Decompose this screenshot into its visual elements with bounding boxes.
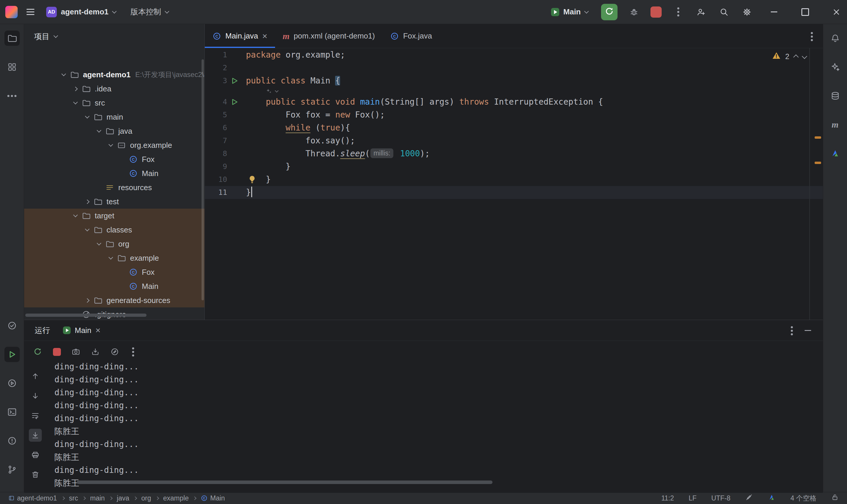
chevron-down-icon[interactable] (61, 72, 66, 76)
tree-item-main[interactable]: main (24, 110, 205, 124)
window-minimize-button[interactable] (763, 0, 784, 24)
maven-tool-icon[interactable]: m (828, 117, 843, 132)
stop-button[interactable] (651, 6, 662, 18)
close-icon[interactable]: × (262, 32, 267, 40)
line-separator[interactable]: LF (689, 494, 697, 502)
vcs-widget[interactable]: 版本控制 (128, 4, 172, 19)
plugin-tool-icon[interactable] (828, 146, 843, 161)
scrollend-icon[interactable] (29, 429, 42, 442)
warning-stripe-mark[interactable] (815, 137, 821, 139)
run-gutter-icon[interactable] (230, 76, 239, 85)
project-scrollbar-horizontal[interactable] (25, 313, 146, 317)
tree-item-example[interactable]: example (24, 251, 205, 265)
run-tool-icon[interactable] (4, 347, 20, 362)
chevron-down-icon[interactable] (802, 53, 807, 59)
tree-item-generated-sources[interactable]: generated-sources (24, 293, 205, 307)
debug-button[interactable] (627, 5, 640, 19)
add-user-icon[interactable] (695, 5, 708, 19)
breadcrumb-item-main[interactable]: main (90, 494, 105, 502)
tree-item-org.example[interactable]: org.example (24, 138, 205, 152)
tree-item-Main[interactable]: CMain (24, 279, 205, 293)
more-actions-icon[interactable] (672, 5, 685, 19)
inspections-widget[interactable]: 2 (772, 52, 807, 61)
run-panel-title[interactable]: 运行 (35, 325, 50, 336)
run-tab-main[interactable]: Main × (63, 326, 101, 335)
chevron-up-icon[interactable] (793, 54, 798, 60)
ai-inlay-hint-icon[interactable] (205, 87, 823, 95)
services-tool-icon[interactable] (4, 376, 20, 391)
window-maximize-button[interactable] (795, 0, 816, 24)
highlighting-icon[interactable] (745, 493, 753, 503)
intention-bulb-icon[interactable] (248, 175, 257, 187)
print-icon[interactable] (29, 448, 42, 462)
ai-assistant-tool-icon[interactable] (828, 59, 843, 75)
more-icon[interactable] (130, 351, 137, 353)
tree-item-agent-demo1[interactable]: agent-demo1E:\开发项目\javasec2\agen (24, 68, 205, 82)
chevron-down-icon[interactable] (73, 213, 78, 217)
chevron-down-icon[interactable] (97, 128, 101, 133)
settings-gear-icon[interactable] (741, 5, 754, 19)
plugin-status-icon[interactable] (767, 493, 776, 503)
caret-position[interactable]: 11:2 (661, 494, 674, 502)
tree-item-org[interactable]: org (24, 237, 205, 251)
chevron-down-icon[interactable] (108, 255, 113, 260)
breadcrumb-item-agent-demo1[interactable]: agent-demo1 (8, 494, 57, 502)
lock-icon[interactable] (831, 493, 839, 503)
up-icon[interactable] (29, 370, 42, 383)
tree-item-src[interactable]: src (24, 96, 205, 110)
breadcrumb-item-java[interactable]: java (117, 494, 129, 502)
breadcrumb-item-Main[interactable]: CMain (201, 494, 225, 502)
chevron-right-icon[interactable] (85, 199, 89, 204)
chevron-down-icon[interactable] (73, 100, 78, 105)
hide-panel-icon[interactable] (805, 330, 811, 331)
structure-tool-icon[interactable] (4, 59, 20, 75)
softwrap-icon[interactable] (29, 409, 42, 422)
rerun-icon[interactable] (33, 347, 42, 357)
git-tool-icon[interactable] (4, 462, 20, 477)
indent-info[interactable]: 4 个空格 (791, 494, 816, 503)
chevron-down-icon[interactable] (85, 227, 89, 232)
problems-tool-icon[interactable] (4, 433, 20, 448)
close-icon[interactable]: × (95, 326, 101, 335)
breadcrumb-item-src[interactable]: src (69, 494, 78, 502)
tree-item-resources[interactable]: resources (24, 180, 205, 195)
console-output[interactable]: ding-ding-ding...ding-ding-ding...ding-d… (47, 363, 823, 493)
tree-item-java[interactable]: java (24, 124, 205, 138)
editor-tab-Fox.java[interactable]: CFox.java (382, 24, 439, 48)
chevron-down-icon[interactable] (97, 241, 101, 246)
editor[interactable]: 1package org.example;23public class Main… (205, 48, 823, 320)
main-menu-icon[interactable] (27, 7, 34, 17)
project-scrollbar-vertical[interactable] (202, 59, 204, 300)
window-close-button[interactable] (826, 0, 847, 24)
file-encoding[interactable]: UTF-8 (711, 494, 730, 502)
project-folder-tool-icon[interactable] (4, 31, 20, 46)
run-gutter-icon[interactable] (230, 97, 239, 106)
notifications-tool-icon[interactable] (828, 31, 843, 46)
tree-item-test[interactable]: test (24, 195, 205, 209)
breadcrumb-item-example[interactable]: example (163, 494, 189, 502)
down-icon[interactable] (29, 390, 42, 402)
rerun-button[interactable] (601, 4, 618, 20)
chevron-down-icon[interactable] (108, 142, 113, 147)
tree-item-classes[interactable]: classes (24, 223, 205, 237)
export-icon[interactable] (91, 347, 100, 356)
chevron-right-icon[interactable] (73, 86, 78, 91)
clear-icon[interactable] (29, 468, 42, 481)
warning-stripe-mark[interactable] (815, 162, 821, 164)
project-widget[interactable]: AD agent-demo1 (43, 4, 119, 20)
chevron-down-icon[interactable] (85, 114, 89, 119)
run-panel-options-icon[interactable] (791, 328, 793, 333)
database-tool-icon[interactable] (828, 88, 843, 104)
tree-item-target[interactable]: target (24, 209, 205, 223)
stop-icon[interactable] (53, 348, 61, 356)
terminal-tool-icon[interactable] (4, 404, 20, 420)
camera-icon[interactable] (71, 347, 80, 356)
tree-item-Fox[interactable]: CFox (24, 152, 205, 166)
tree-item-Fox[interactable]: CFox (24, 265, 205, 279)
breadcrumb-item-org[interactable]: org (141, 494, 151, 502)
editor-tab-pom.xml (agent-demo1)[interactable]: mpom.xml (agent-demo1) (275, 24, 382, 48)
search-icon[interactable] (718, 5, 730, 19)
annotate-icon[interactable] (110, 347, 119, 356)
editor-options-icon[interactable] (811, 34, 823, 39)
chevron-right-icon[interactable] (85, 298, 89, 303)
